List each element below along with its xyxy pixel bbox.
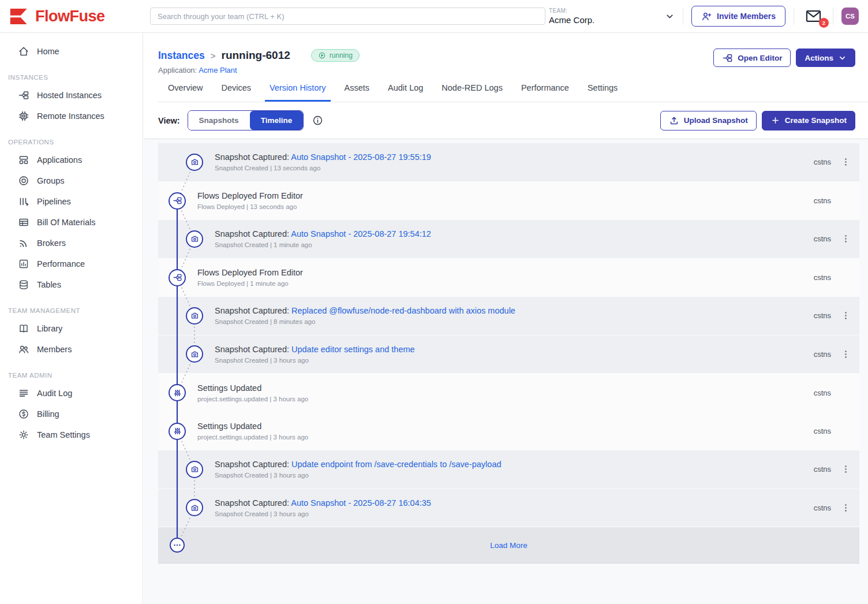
- event-user: cstns: [814, 311, 831, 320]
- sidebar-item-home[interactable]: Home: [0, 41, 143, 62]
- kebab-menu-icon[interactable]: [841, 157, 851, 167]
- event-user: cstns: [814, 196, 831, 205]
- snapshot-link[interactable]: Auto Snapshot - 2025-08-27 19:55:19: [291, 152, 431, 162]
- snapshot-link[interactable]: Update endpoint from /save-credentials t…: [291, 460, 502, 469]
- tab-performance[interactable]: Performance: [517, 83, 574, 102]
- tab-settings[interactable]: Settings: [583, 83, 622, 102]
- sidebar: Home INSTANCES Hosted Instances Remote I…: [0, 33, 143, 604]
- event-title: Flows Deployed From Editor: [197, 191, 303, 200]
- sidebar-item-members[interactable]: Members: [0, 339, 143, 360]
- sidebar-item-groups[interactable]: Groups: [0, 170, 143, 191]
- sidebar-item-team-settings[interactable]: Team Settings: [0, 424, 143, 445]
- snapshot-link[interactable]: Replaced @flowfuse/node-red-dashboard wi…: [291, 306, 515, 315]
- sidebar-item-performance[interactable]: Performance: [0, 253, 143, 274]
- camera-icon: [186, 461, 203, 478]
- flowfuse-logo[interactable]: FlowFuse: [0, 8, 143, 25]
- hosted-instances-icon: [18, 90, 29, 101]
- flowfuse-logo-icon: [9, 8, 30, 25]
- create-snapshot-button[interactable]: Create Snapshot: [762, 111, 855, 131]
- applications-icon: [18, 154, 29, 166]
- load-more-link[interactable]: Load More: [490, 541, 527, 550]
- sidebar-item-applications[interactable]: Applications: [0, 150, 143, 170]
- sidebar-item-bill-of-materials[interactable]: Bill Of Materials: [0, 212, 143, 233]
- event-title: Settings Updated: [197, 422, 261, 431]
- camera-icon: [186, 230, 203, 248]
- tab-devices[interactable]: Devices: [216, 83, 256, 102]
- upload-snapshot-button[interactable]: Upload Snapshot: [660, 111, 757, 131]
- avatar[interactable]: CS: [841, 8, 859, 25]
- snapshot-link[interactable]: Update editor settings and theme: [291, 345, 415, 354]
- view-toggle-snapshots[interactable]: Snapshots: [188, 111, 250, 130]
- sidebar-item-billing[interactable]: Billing: [0, 404, 143, 424]
- tables-icon: [18, 279, 29, 290]
- tab-assets[interactable]: Assets: [340, 83, 375, 102]
- event-meta: Snapshot Created | 3 hours ago: [215, 357, 814, 364]
- info-icon[interactable]: [312, 115, 323, 126]
- ellipsis-icon: [170, 538, 185, 553]
- kebab-menu-icon[interactable]: [841, 234, 851, 244]
- timeline-event-row: Flows Deployed From Editor Flows Deploye…: [158, 259, 859, 297]
- event-user: cstns: [814, 273, 831, 282]
- timeline-event-row: Settings Updated project.settings.update…: [158, 374, 859, 412]
- tab-audit-log[interactable]: Audit Log: [383, 83, 428, 102]
- event-user: cstns: [814, 465, 831, 473]
- timeline-event-row: Snapshot Captured: Replaced @flowfuse/no…: [158, 297, 859, 335]
- top-header: FlowFuse TEAM: Acme Corp. Invite Members…: [0, 0, 868, 33]
- bill-of-materials-icon: [18, 217, 29, 228]
- sidebar-heading-instances: INSTANCES: [8, 74, 143, 81]
- logo-text: FlowFuse: [35, 8, 105, 25]
- home-icon: [18, 46, 29, 57]
- breadcrumb-separator: >: [211, 51, 216, 61]
- sidebar-heading-operations: OPERATIONS: [8, 139, 143, 146]
- team-selector[interactable]: TEAM: Acme Corp.: [549, 8, 675, 25]
- library-icon: [18, 323, 29, 334]
- timeline-event-row: Snapshot Captured: Auto Snapshot - 2025-…: [158, 220, 859, 259]
- timeline-event-row: Snapshot Captured: Update editor setting…: [158, 335, 859, 374]
- invite-members-button[interactable]: Invite Members: [691, 6, 785, 27]
- search-input[interactable]: [150, 8, 545, 25]
- tab-version-history[interactable]: Version History: [265, 83, 331, 102]
- status-badge: running: [311, 49, 360, 62]
- actions-button[interactable]: Actions: [796, 49, 855, 67]
- event-title: Snapshot Captured:: [215, 152, 291, 162]
- view-toggle-timeline[interactable]: Timeline: [250, 111, 304, 130]
- kebab-menu-icon[interactable]: [841, 311, 851, 320]
- camera-icon: [186, 307, 203, 325]
- flows-deployed-icon: [169, 192, 186, 210]
- sidebar-item-library[interactable]: Library: [0, 318, 143, 339]
- event-title: Snapshot Captured:: [215, 306, 291, 315]
- snapshot-link[interactable]: Auto Snapshot - 2025-08-27 19:54:12: [291, 229, 431, 238]
- sidebar-item-pipelines[interactable]: Pipelines: [0, 191, 143, 212]
- event-meta: Snapshot Created | 3 hours ago: [215, 472, 814, 479]
- team-name: Acme Corp.: [549, 15, 594, 25]
- timeline-event-row: Settings Updated project.settings.update…: [158, 412, 859, 451]
- sidebar-item-remote-instances[interactable]: Remote Instances: [0, 106, 143, 126]
- snapshot-link[interactable]: Auto Snapshot - 2025-08-27 16:04:35: [291, 498, 431, 508]
- timeline-event-row: Flows Deployed From Editor Flows Deploye…: [158, 182, 859, 221]
- gear-icon: [18, 429, 29, 441]
- audit-log-icon: [18, 387, 29, 399]
- view-toggle: Snapshots Timeline: [188, 110, 304, 131]
- divider: [833, 8, 833, 25]
- breadcrumb-instances-link[interactable]: Instances: [158, 50, 205, 62]
- event-title: Settings Updated: [197, 383, 261, 393]
- open-editor-button[interactable]: Open Editor: [713, 49, 791, 67]
- groups-icon: [18, 175, 29, 187]
- kebab-menu-icon[interactable]: [841, 503, 851, 513]
- event-user: cstns: [814, 350, 831, 359]
- sidebar-item-brokers[interactable]: Brokers: [0, 233, 143, 253]
- kebab-menu-icon[interactable]: [841, 464, 851, 474]
- view-label: View:: [158, 116, 180, 125]
- event-title: Snapshot Captured:: [215, 229, 291, 238]
- tab-overview[interactable]: Overview: [163, 83, 207, 102]
- notifications-button[interactable]: 2: [802, 9, 825, 24]
- event-meta: Flows Deployed | 13 seconds ago: [197, 203, 814, 210]
- sidebar-item-hosted-instances[interactable]: Hosted Instances: [0, 85, 143, 106]
- sidebar-item-audit-log[interactable]: Audit Log: [0, 383, 143, 404]
- tab-node-red-logs[interactable]: Node-RED Logs: [437, 83, 507, 102]
- sidebar-item-tables[interactable]: Tables: [0, 274, 143, 295]
- application-link[interactable]: Acme Plant: [199, 66, 237, 74]
- sidebar-heading-team-admin: TEAM ADMIN: [8, 372, 143, 379]
- timeline-list: Snapshot Captured: Auto Snapshot - 2025-…: [158, 143, 859, 564]
- kebab-menu-icon[interactable]: [841, 349, 851, 359]
